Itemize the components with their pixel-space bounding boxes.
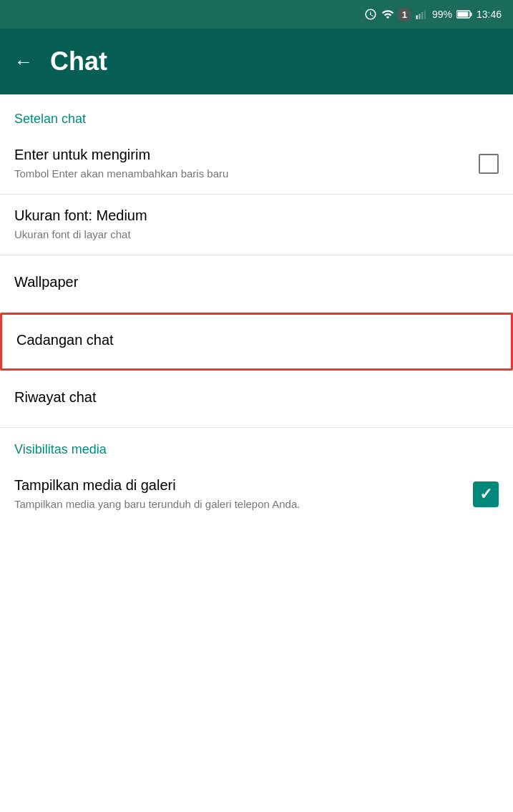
setting-subtitle-ukuran-font: Ukuran font di layar chat [14, 227, 487, 242]
battery-icon [456, 9, 472, 19]
checkbox-enter-kirim[interactable] [479, 154, 499, 174]
sim-badge: 1 [399, 9, 411, 21]
section-header-setelan-chat: Setelan chat [0, 94, 513, 134]
status-time: 13:46 [477, 9, 502, 20]
setting-item-tampilkan-media-content: Tampilkan media di galeri Tampilkan medi… [14, 477, 473, 512]
setting-item-cadangan-chat-content: Cadangan chat [16, 332, 497, 351]
svg-rect-2 [421, 12, 423, 19]
settings-content: Setelan chat Enter untuk mengirim Tombol… [0, 94, 513, 524]
setting-item-tampilkan-media[interactable]: Tampilkan media di galeri Tampilkan medi… [0, 464, 513, 524]
page-title: Chat [50, 47, 107, 77]
setting-item-cadangan-chat[interactable]: Cadangan chat [0, 313, 513, 371]
svg-rect-0 [416, 16, 417, 19]
setting-item-enter-kirim[interactable]: Enter untuk mengirim Tombol Enter akan m… [0, 134, 513, 195]
setting-item-riwayat-chat-content: Riwayat chat [14, 389, 499, 409]
status-bar: 1 99% 13:46 [0, 0, 513, 29]
checkbox-tampilkan-media[interactable] [473, 481, 499, 507]
setting-item-ukuran-font[interactable]: Ukuran font: Medium Ukuran font di layar… [0, 195, 513, 255]
svg-rect-3 [424, 11, 426, 19]
setting-title-tampilkan-media: Tampilkan media di galeri [14, 477, 461, 494]
setting-subtitle-enter-kirim: Tombol Enter akan menambahkan baris baru [14, 166, 467, 181]
svg-rect-5 [457, 12, 468, 17]
section-title-visibilitas-media: Visibilitas media [14, 442, 107, 456]
setting-item-wallpaper-content: Wallpaper [14, 274, 499, 293]
setting-item-wallpaper[interactable]: Wallpaper [0, 255, 513, 313]
svg-rect-6 [470, 13, 472, 16]
status-icons: 1 99% 13:46 [364, 8, 502, 21]
setting-title-wallpaper: Wallpaper [14, 274, 487, 290]
back-button[interactable]: ← [14, 52, 33, 71]
setting-item-riwayat-chat[interactable]: Riwayat chat [0, 371, 513, 428]
setting-title-ukuran-font: Ukuran font: Medium [14, 207, 487, 224]
svg-rect-1 [419, 14, 420, 19]
app-bar: ← Chat [0, 29, 513, 94]
section-title-setelan-chat: Setelan chat [14, 112, 86, 126]
alarm-icon [364, 8, 377, 21]
setting-title-riwayat-chat: Riwayat chat [14, 389, 487, 406]
wifi-icon [381, 8, 394, 21]
setting-item-ukuran-font-content: Ukuran font: Medium Ukuran font di layar… [14, 207, 499, 242]
battery-percent: 99% [432, 9, 452, 20]
setting-title-enter-kirim: Enter untuk mengirim [14, 147, 467, 163]
setting-title-cadangan-chat: Cadangan chat [16, 332, 485, 348]
section-header-visibilitas-media: Visibilitas media [0, 428, 513, 464]
setting-subtitle-tampilkan-media: Tampilkan media yang baru terunduh di ga… [14, 497, 461, 512]
signal-icon [415, 8, 428, 21]
setting-item-enter-kirim-content: Enter untuk mengirim Tombol Enter akan m… [14, 147, 479, 181]
